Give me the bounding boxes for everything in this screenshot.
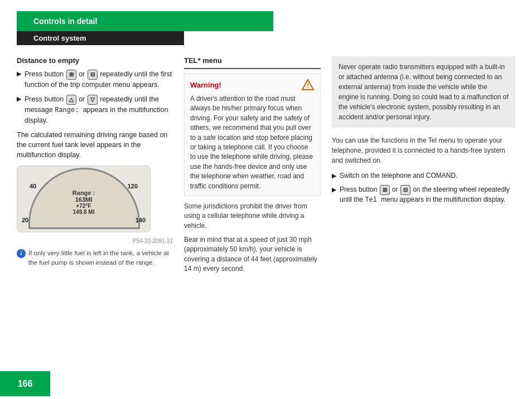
right-body1: You can use the functions in the Tel men… <box>332 135 515 166</box>
btn-icon-2b: ▽ <box>88 95 98 105</box>
header-green-bar: Controls in detail <box>17 11 273 31</box>
svg-text:!: ! <box>307 82 309 89</box>
img-caption: P54-32-2091-31 <box>17 238 173 244</box>
middle-column: TEL* menu Warning! ! A driver's attentio… <box>184 56 321 274</box>
gray-box: Never operate radio transmitters equippe… <box>332 56 515 128</box>
body-text-distance: The calculated remaining driving range b… <box>17 130 173 160</box>
right-bullet-arrow-1: ▶ <box>332 172 336 181</box>
bullet2-code: Range: <box>55 106 83 114</box>
speedo-40: 40 <box>30 183 36 189</box>
bullet-item-2: ▶ Press button △ or ▽ repeatedly until t… <box>17 94 173 125</box>
dashboard-image: 40 120 20 140 Range : 163MI +72°F 149.8 … <box>17 166 151 232</box>
right-btn-icon-1: ⊞ <box>380 185 390 195</box>
btn-icon-1b: ⊟ <box>88 70 98 80</box>
right-bullet2-content: Press button ⊞ or ⊟ on the steering whee… <box>340 185 515 205</box>
range-value: 163MI <box>72 196 95 203</box>
fuel-value: 149.8 MI <box>72 209 95 215</box>
right-column: Never operate radio transmitters equippe… <box>332 56 515 274</box>
btn-icon-2a: △ <box>66 95 76 105</box>
bullet1-prefix: Press button <box>25 70 64 78</box>
warning-title: Warning! <box>190 81 221 89</box>
left-column: Distance to empty ▶ Press button ⊞ or ⊟ … <box>17 56 173 274</box>
warning-header: Warning! ! <box>190 79 315 91</box>
page-number: 166 <box>18 379 33 389</box>
right-btn-icon-2: ⊟ <box>400 185 410 195</box>
tel-body2: Bear in mind that at a speed of just 30 … <box>184 235 321 274</box>
bullet-item-1: ▶ Press button ⊞ or ⊟ repeatedly until t… <box>17 69 173 90</box>
right-bullet2-text2: menu appears in the multifunction displa… <box>381 196 505 203</box>
right-bullet2-code: Tel <box>365 196 381 204</box>
bullet2-or: or <box>79 95 85 103</box>
bullet1-or: or <box>79 70 85 78</box>
warning-box: Warning! ! A driver's attention to the r… <box>184 74 321 196</box>
tel-header: TEL* menu <box>184 56 321 69</box>
right-bullet-arrow-2: ▶ <box>332 186 336 205</box>
section-title-distance: Distance to empty <box>17 56 173 65</box>
warning-text: A driver's attention to the road must al… <box>190 94 315 191</box>
dashboard-center-text: Range : 163MI +72°F 149.8 MI <box>72 189 95 215</box>
gray-box-text: Never operate radio transmitters equippe… <box>338 62 509 122</box>
right-bullet2-or: or <box>392 186 398 194</box>
speedo-140: 140 <box>136 217 146 223</box>
right-bullet-1: ▶ Switch on the telephone and COMAND. <box>332 171 515 181</box>
bullet2-prefix: Press button <box>25 95 64 103</box>
footer-green-box: 166 <box>0 371 50 396</box>
info-note: i If only very little fuel is left in th… <box>17 249 173 266</box>
warning-triangle-icon: ! <box>301 79 315 91</box>
info-text: If only very little fuel is left in the … <box>28 249 173 266</box>
bullet-arrow-2: ▶ <box>17 95 21 125</box>
speedo-120: 120 <box>128 183 138 189</box>
bullet-2-content: Press button △ or ▽ repeatedly until the… <box>25 94 173 125</box>
header-black-bar: Control system <box>17 31 184 45</box>
btn-icon-1a: ⊞ <box>66 70 76 80</box>
right-bullet2-prefix: Press button <box>340 186 377 194</box>
tel-title: TEL* menu <box>184 56 222 65</box>
bullet-arrow-1: ▶ <box>17 70 21 90</box>
header-subtitle: Control system <box>33 34 86 42</box>
info-icon: i <box>17 249 26 258</box>
right-bullet-2: ▶ Press button ⊞ or ⊟ on the steering wh… <box>332 185 515 205</box>
temp-value: +72°F <box>72 203 95 209</box>
right-bullet1-text: Switch on the telephone and COMAND. <box>340 171 457 181</box>
range-label: Range : <box>72 189 95 196</box>
bullet-1-content: Press button ⊞ or ⊟ repeatedly until the… <box>25 69 173 90</box>
header-title: Controls in detail <box>33 17 97 26</box>
tel-body1: Some jurisdictions prohibit the driver f… <box>184 202 321 231</box>
footer: 166 <box>0 368 532 399</box>
speedo-20: 20 <box>22 217 28 223</box>
